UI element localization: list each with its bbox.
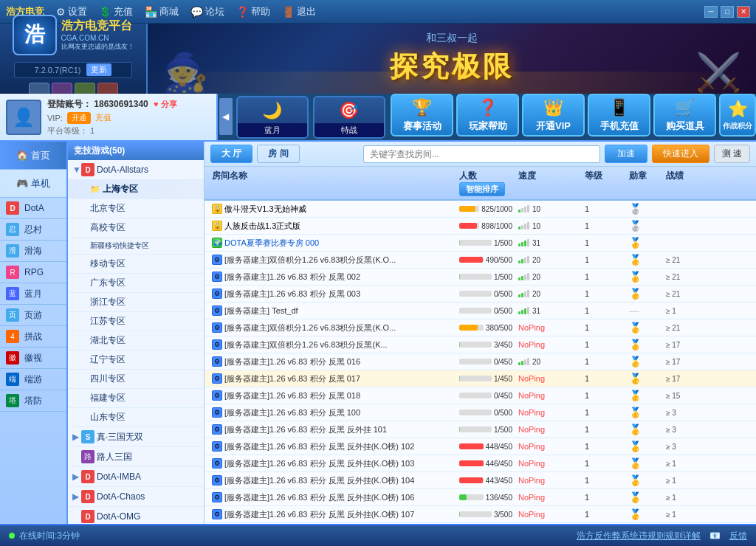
toolbar-exit[interactable]: 🚪 退出 (282, 5, 316, 18)
sidebar-tab-home[interactable]: 🏠 首页 (0, 142, 66, 170)
tree-beijing[interactable]: 北京专区 (68, 199, 204, 218)
sidebar-item-clientgame[interactable]: 端 端游 (0, 369, 66, 390)
sidebar-item-ninja[interactable]: 忍 忍村 (0, 219, 66, 241)
game-nav-item-fps[interactable]: 🎯 特战 (313, 96, 385, 139)
room-level-cell: 1 (582, 289, 626, 298)
tree-omg[interactable]: D DotA-OMG (68, 507, 204, 524)
nav-events[interactable]: 🏆 赛事活动 (391, 94, 453, 136)
table-row[interactable]: ⚙ [服务器建主]1.26 v6.83 积分 反黑 反外挂(K.O榜) 107 … (205, 506, 756, 523)
vip-open-button[interactable]: 开通 (67, 112, 91, 124)
tree-liaoning[interactable]: 辽宁专区 (68, 350, 204, 370)
tree-sichuan[interactable]: 四川专区 (68, 370, 204, 389)
room-name: [服务器建主]1.26 v6.83 积分 反黑 003 (224, 288, 360, 300)
close-button[interactable]: ✕ (737, 6, 750, 18)
feedback-link[interactable]: 反馈 (729, 530, 747, 542)
tree-guangdong[interactable]: 广东专区 (68, 274, 204, 293)
mobile-icon: 📱 (609, 98, 629, 117)
game-nav-item-bluemoon[interactable]: 🌙 蓝月 (236, 96, 309, 139)
table-row[interactable]: ⚙ [服务器建主] Test_df 0/500 31 1 — ≥ 1 (205, 303, 756, 319)
table-row[interactable]: 🌍 DOTA夏季赛比赛专房 000 1/500 31 1 🥇 (205, 235, 756, 252)
user-vip-row: VIP: 开通 充值 (47, 112, 195, 124)
table-row[interactable]: 🔒 傲斗澄天V1.3无始神威 825/1000 10 1 🥈 (205, 201, 756, 218)
tab-hall[interactable]: 大 厅 (210, 145, 252, 163)
sidebar-item-battle[interactable]: 4 拼战 (0, 326, 66, 348)
room-search-input[interactable] (363, 145, 600, 163)
room-score-cell: ≥ 15 (663, 392, 707, 400)
xinjiang-label: 新疆移动快捷专区 (90, 241, 149, 251)
table-row[interactable]: ⚙ [服务器建主]1.26 v6.83 积分 反黑 016 0/450 20 1… (205, 353, 756, 370)
minimize-button[interactable]: ─ (704, 6, 718, 18)
share-button[interactable]: ♥ 分享 (154, 100, 177, 108)
tree-xinjiang[interactable]: 新疆移动快捷专区 (68, 238, 204, 255)
player-bar-bg (459, 443, 484, 449)
tree-luren[interactable]: 路 路人三国 (68, 447, 204, 467)
table-row[interactable]: ⚙ [服务器建主]双倍积分1.26 v6.83积分反黑(K.O... 380/5… (205, 319, 756, 336)
tree-hubei[interactable]: 湖北专区 (68, 331, 204, 350)
game-nav-scroll-left[interactable]: ◀ (219, 98, 233, 135)
nav-vip[interactable]: 👑 开通VIP (522, 94, 585, 136)
table-row[interactable]: ⚙ [服务器建主]1.26 v6.83 积分 反黑 002 1/500 20 1… (205, 269, 756, 286)
nav-battle-score[interactable]: ⭐ 作战积分 (719, 94, 756, 136)
tree-imba[interactable]: ▶ D DotA-IMBA (68, 467, 204, 487)
player-bar-fill (459, 206, 475, 212)
table-row[interactable]: ⚙ [服务器建主]1.26 v6.83 积分 反黑 反外挂(K.O榜) 106 … (205, 489, 756, 506)
tree-dota-allstars[interactable]: ▼ D DotA-Allstars (68, 160, 204, 180)
sidebar-item-webgame[interactable]: 页 页游 (0, 305, 66, 326)
tree-jiangsu[interactable]: 江苏专区 (68, 312, 204, 331)
table-row[interactable]: ⚙ [服务器建主]1.26 v6.83 积分 反黑 反外挂(K.O榜) 102 … (205, 438, 756, 455)
tree-gaoxiao[interactable]: 高校专区 (68, 218, 204, 238)
bluemoon-icon: 🌙 (238, 97, 307, 123)
quick-enter-button[interactable]: 快速进入 (652, 145, 709, 163)
toolbar-shop[interactable]: 🏪 商城 (145, 5, 179, 18)
sidebar-item-rpg[interactable]: R RPG (0, 262, 66, 283)
toolbar-forum[interactable]: 💬 论坛 (190, 5, 224, 18)
room-type-icon: ⚙ (212, 441, 222, 452)
tree-shanghai[interactable]: 📁 上海专区 (68, 180, 204, 199)
medal-silver: 🥈 (629, 220, 642, 232)
room-speed-cell: NoPing (515, 442, 582, 451)
table-row[interactable]: ⚙ [服务器建主]1.26 v6.83 积分 反黑 017 1/450 NoPi… (205, 370, 756, 387)
nav-help[interactable]: ❓ 玩家帮助 (456, 94, 519, 136)
sidebar-item-tower[interactable]: 塔 塔防 (0, 390, 66, 412)
maximize-button[interactable]: □ (721, 6, 734, 18)
game-list-header: 竞技游戏(50) (68, 142, 204, 160)
logo-area: 浩 浩方电竞平台 CGA.COM.CN 比网友更忠诚的是战友！ 7.2.0.7(… (0, 24, 148, 94)
room-name: [服务器建主]双倍积分1.26 v6.83积分反黑(K.O... (224, 322, 396, 334)
tree-fujian[interactable]: 福建专区 (68, 389, 204, 408)
table-row[interactable]: ⚙ [服务器建主]1.26 v6.83 积分 反黑 108 2/450 NoPi… (205, 523, 756, 524)
anticheat-link[interactable]: 浩方反作弊系统违规则规则详解 (577, 530, 701, 542)
toolbar-help[interactable]: ❓ 帮助 (236, 5, 270, 18)
banner-figure-right: ⚔️ (695, 51, 741, 94)
table-row[interactable]: ⚙ [服务器建主]1.26 v6.83 积分 反黑 反外挂(K.O榜) 103 … (205, 455, 756, 472)
sidebar-tab-singleplayer[interactable]: 🎮 单机 (0, 170, 66, 198)
nav-mobile-recharge[interactable]: 📱 手机充值 (588, 94, 650, 136)
table-row[interactable]: ⚙ [服务器建主]1.26 v6.83 积分 反黑 003 0/500 20 1… (205, 286, 756, 303)
table-row[interactable]: ⚙ [服务器建主]1.26 v6.83 积分 反黑 反外挂 101 1/500 … (205, 421, 756, 438)
table-row[interactable]: ⚙ [服务器建主]1.26 v6.83 积分 反黑 100 0/500 NoPi… (205, 404, 756, 421)
table-row[interactable]: ⚙ [服务器建主]双倍积分1.26 v6.83积分反黑(K... 3/450 N… (205, 336, 756, 353)
tree-chaos[interactable]: ▶ D DotA-Chaos (68, 487, 204, 507)
bluemoon-label: 蓝月 (238, 123, 307, 137)
room-medal-cell: 🥇 (626, 440, 663, 452)
sidebar-item-bluemoon[interactable]: 蓝 蓝月 (0, 283, 66, 305)
table-row[interactable]: ⚙ [服务器建主]双倍积分1.26 v6.83积分反黑(K.O... 490/5… (205, 252, 756, 269)
tree-mobile[interactable]: 移动专区 (68, 255, 204, 274)
sidebar-item-sea[interactable]: 滑 滑海 (0, 241, 66, 262)
sort-button[interactable]: 智能排序 (459, 182, 505, 196)
room-name-cell: ⚙ [服务器建主]1.26 v6.83 积分 反黑 反外挂(K.O榜) 106 (209, 492, 456, 503)
nav-buy-items[interactable]: 🛒 购买道具 (653, 94, 716, 136)
sidebar-item-huiwei[interactable]: 徽 徽视 (0, 348, 66, 369)
speed-test-button[interactable]: 测 速 (714, 145, 750, 163)
tab-room[interactable]: 房 间 (257, 145, 299, 163)
table-row[interactable]: ⚙ [服务器建主]1.26 v6.83 积分 反黑 018 0/450 NoPi… (205, 387, 756, 404)
speed-button[interactable]: 加速 (605, 145, 647, 163)
tree-sanguo[interactable]: ▶ S 真·三国无双 (68, 427, 204, 447)
table-row[interactable]: ⚙ [服务器建主]1.26 v6.83 积分 反黑 反外挂(K.O榜) 104 … (205, 472, 756, 489)
tree-shandong[interactable]: 山东专区 (68, 408, 204, 427)
table-row[interactable]: 🔒 人族反击战1.3正式版 898/1000 10 1 🥈 (205, 218, 756, 235)
update-button[interactable]: 更新 (86, 63, 111, 76)
recharge-link[interactable]: 充值 (95, 112, 111, 123)
player-count: 448/450 (486, 443, 512, 451)
sidebar-item-dota[interactable]: D DotA (0, 198, 66, 219)
tree-zhejiang[interactable]: 浙江专区 (68, 293, 204, 312)
